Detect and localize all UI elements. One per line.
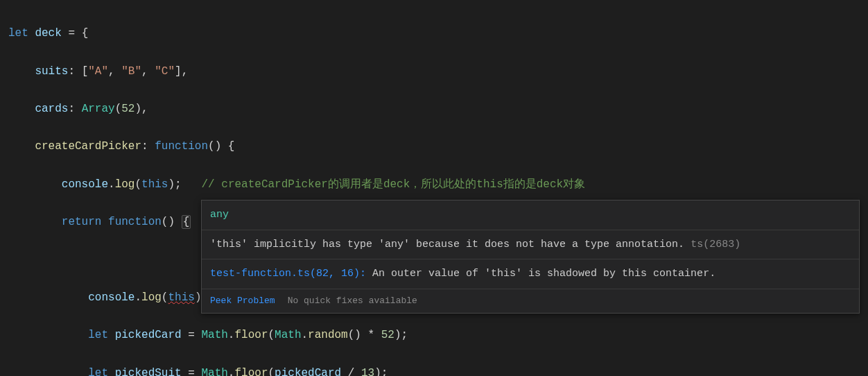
number: 52: [381, 329, 394, 341]
code-line: let pickedCard = Math.floor(Math.random(…: [8, 326, 860, 345]
matching-brace: {: [182, 215, 191, 229]
punctuation: ],: [175, 65, 188, 78]
paren: );: [168, 178, 201, 191]
comma: ,: [141, 65, 155, 78]
number: 52: [121, 103, 134, 115]
hover-actions: Peek ProblemNo quick fixes available: [202, 289, 859, 313]
type-info: any: [210, 209, 229, 221]
string: "B": [121, 65, 141, 78]
paren: (: [134, 178, 141, 191]
string: "C": [155, 65, 175, 78]
paren: (: [268, 367, 275, 376]
comma: ,: [108, 65, 121, 78]
keyword-function: function: [101, 216, 161, 228]
code-line: let deck = {: [8, 24, 860, 43]
method-floor: floor: [234, 329, 268, 341]
error-code: ts(2683): [684, 239, 740, 250]
keyword-this: this: [141, 178, 168, 191]
method-floor: floor: [234, 367, 268, 376]
hover-related-section: test-function.ts(82, 16): An outer value…: [202, 259, 859, 289]
punctuation: );: [374, 367, 388, 376]
punctuation: ),: [134, 103, 148, 115]
file-reference-link[interactable]: test-function.ts(82, 16):: [210, 268, 366, 280]
equals: =: [188, 367, 201, 376]
identifier: pickedCard: [108, 329, 188, 341]
operator: () *: [348, 329, 381, 341]
punctuation: = {: [68, 27, 88, 40]
equals: =: [188, 329, 201, 341]
code-editor[interactable]: let deck = { suits: ["A", "B", "C"], car…: [0, 0, 868, 376]
operator: /: [341, 367, 361, 376]
comment: // createCardPicker的调用者是deck，所以此处的this指的…: [201, 178, 585, 191]
string: "A": [88, 65, 108, 78]
property: suits: [35, 65, 68, 78]
identifier: deck: [28, 27, 69, 40]
keyword-this-error: this: [168, 291, 194, 304]
hover-tooltip[interactable]: any 'this' implicitly has type 'any' bec…: [201, 200, 860, 314]
identifier-console: console: [62, 178, 108, 191]
code-line: let pickedSuit = Math.floor(pickedCard /…: [8, 364, 860, 376]
dot: .: [302, 329, 309, 341]
punctuation: () {: [208, 140, 234, 153]
peek-problem-link[interactable]: Peek Problem: [210, 296, 275, 306]
related-message: An outer value of 'this' is shadowed by …: [366, 268, 715, 280]
hover-message-section: 'this' implicitly has type 'any' because…: [202, 230, 859, 260]
code-line: suits: ["A", "B", "C"],: [8, 62, 860, 81]
type: Array: [82, 103, 115, 115]
keyword-let: let: [8, 27, 28, 40]
identifier: pickedSuit: [108, 367, 188, 376]
code-line: console.log(this); // createCardPicker的调…: [8, 176, 860, 194]
number: 13: [361, 367, 374, 376]
hover-type-section: any: [202, 200, 859, 230]
type-math: Math: [275, 329, 301, 341]
paren: (: [268, 329, 275, 341]
punctuation: :: [68, 103, 81, 115]
method-name: createCardPicker: [35, 140, 141, 153]
code-line: createCardPicker: function() {: [8, 137, 860, 156]
property: cards: [35, 103, 68, 115]
method-log: log: [115, 178, 135, 191]
keyword-let: let: [88, 329, 108, 341]
error-message: 'this' implicitly has type 'any' because…: [210, 239, 684, 250]
dot: .: [108, 178, 115, 191]
punctuation: );: [394, 329, 408, 341]
paren: (): [162, 216, 182, 228]
no-fixes-text: No quick fixes available: [288, 296, 417, 306]
method-random: random: [308, 329, 348, 341]
method-log: log: [141, 291, 162, 304]
keyword-function: function: [155, 140, 208, 153]
keyword-return: return: [62, 216, 102, 228]
keyword-let: let: [88, 367, 108, 376]
type-math: Math: [201, 367, 227, 376]
code-line: cards: Array(52),: [8, 100, 860, 119]
type-math: Math: [201, 329, 227, 341]
identifier-console: console: [88, 291, 134, 304]
punctuation: : [: [68, 65, 88, 78]
punctuation: (: [115, 103, 122, 115]
punctuation: :: [141, 140, 155, 153]
identifier: pickedCard: [275, 367, 341, 376]
dot: .: [134, 291, 141, 304]
